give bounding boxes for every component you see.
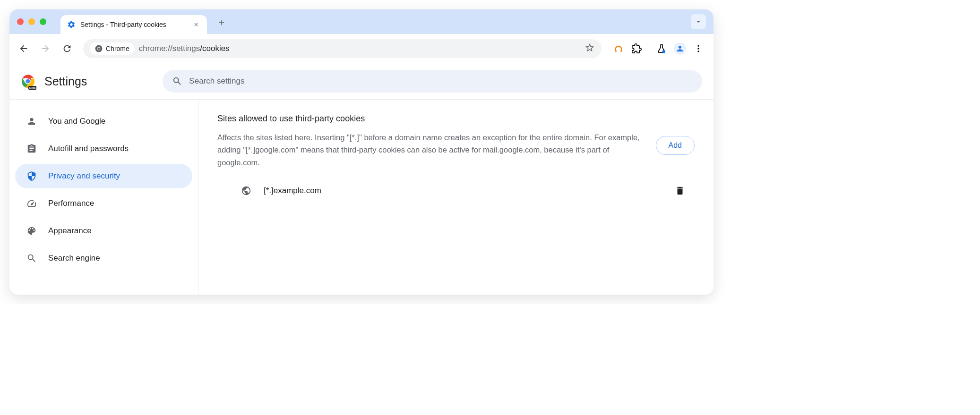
search-input[interactable] <box>189 76 693 86</box>
browser-toolbar: Chrome chrome://settings/cookies <box>9 34 714 63</box>
star-icon <box>585 42 595 53</box>
main-panel: Sites allowed to use third-party cookies… <box>198 100 714 295</box>
site-domain: [*.]example.com <box>264 186 662 195</box>
address-bar[interactable]: Chrome chrome://settings/cookies <box>83 39 602 58</box>
close-icon <box>193 22 199 27</box>
browser-window: Settings - Third-party cookies Chrome <box>9 9 714 295</box>
chrome-icon <box>95 44 103 53</box>
site-list: [*.]example.com <box>217 183 695 199</box>
sidebar-item-label: Appearance <box>48 226 92 236</box>
chrome-chip-label: Chrome <box>106 45 129 52</box>
trash-icon <box>677 187 683 195</box>
globe-icon <box>241 186 251 196</box>
section-row: Affects the sites listed here. Inserting… <box>217 131 695 169</box>
gear-icon <box>67 20 76 29</box>
palette-icon <box>26 226 37 236</box>
search-bar[interactable] <box>163 70 702 93</box>
browser-tab[interactable]: Settings - Third-party cookies <box>60 15 207 34</box>
settings-title: Settings <box>44 75 87 88</box>
bookmark-button[interactable] <box>585 42 595 55</box>
section-description: Affects the sites listed here. Inserting… <box>217 131 642 169</box>
sidebar-item-label: Search engine <box>48 254 100 263</box>
close-tab-button[interactable] <box>192 20 200 29</box>
labs-button[interactable] <box>656 43 667 54</box>
add-button[interactable]: Add <box>656 136 695 155</box>
plus-icon <box>217 18 226 27</box>
forward-button[interactable] <box>36 39 55 58</box>
new-tab-button[interactable] <box>215 16 229 30</box>
sidebar-item-label: Privacy and security <box>48 171 120 181</box>
tab-strip: Settings - Third-party cookies <box>9 9 714 34</box>
omega-icon <box>613 43 624 54</box>
settings-body: You and Google Autofill and passwords Pr… <box>9 100 714 295</box>
minimize-window-button[interactable] <box>28 18 35 25</box>
puzzle-icon <box>631 43 642 54</box>
kebab-icon <box>694 44 703 53</box>
speedometer-icon <box>26 198 37 209</box>
clipboard-icon <box>26 144 37 154</box>
sidebar-item-label: Performance <box>48 199 94 208</box>
extension-icons <box>608 42 709 55</box>
profile-button[interactable] <box>674 42 686 55</box>
shield-icon <box>26 171 37 181</box>
sidebar-item-autofill[interactable]: Autofill and passwords <box>15 136 192 161</box>
svg-point-4 <box>697 45 699 46</box>
sidebar-item-label: You and Google <box>48 117 105 126</box>
svg-point-5 <box>697 48 699 49</box>
tab-title: Settings - Third-party cookies <box>80 21 187 28</box>
url-prefix: chrome://settings <box>139 44 200 53</box>
person-icon <box>26 116 37 127</box>
flask-icon <box>656 43 667 54</box>
chrome-logo: Beta <box>21 74 35 88</box>
tab-list-button[interactable] <box>691 14 706 29</box>
url-text: chrome://settings/cookies <box>139 44 230 53</box>
settings-header: Beta Settings <box>9 63 714 100</box>
divider <box>649 44 649 53</box>
url-path: /cookies <box>200 44 229 53</box>
sidebar-item-you-and-google[interactable]: You and Google <box>15 109 192 134</box>
search-container <box>163 70 702 93</box>
svg-point-3 <box>662 50 665 53</box>
arrow-left-icon <box>18 43 29 54</box>
site-row: [*.]example.com <box>241 183 695 199</box>
sidebar-item-appearance[interactable]: Appearance <box>15 219 192 243</box>
svg-point-6 <box>697 51 699 52</box>
sidebar-item-performance[interactable]: Performance <box>15 191 192 216</box>
extensions-button[interactable] <box>631 43 642 54</box>
maximize-window-button[interactable] <box>40 18 46 25</box>
settings-content: Beta Settings You and Google Autofill an… <box>9 63 714 295</box>
search-icon <box>26 253 37 263</box>
reload-button[interactable] <box>58 39 77 58</box>
sidebar-item-privacy-security[interactable]: Privacy and security <box>15 164 192 188</box>
sidebar-item-label: Autofill and passwords <box>48 144 129 153</box>
window-controls <box>17 18 46 25</box>
back-button[interactable] <box>14 39 33 58</box>
menu-button[interactable] <box>693 43 704 54</box>
reload-icon <box>62 43 72 54</box>
beta-badge: Beta <box>28 86 36 90</box>
arrow-right-icon <box>40 43 51 54</box>
close-window-button[interactable] <box>17 18 24 25</box>
delete-button[interactable] <box>675 186 685 196</box>
chevron-down-icon <box>695 18 702 25</box>
extension-icon-1[interactable] <box>613 43 624 54</box>
section-title: Sites allowed to use third-party cookies <box>217 114 695 124</box>
search-icon <box>172 76 182 86</box>
sidebar: You and Google Autofill and passwords Pr… <box>9 100 198 295</box>
person-icon <box>676 44 684 53</box>
chrome-chip: Chrome <box>90 42 134 55</box>
svg-point-2 <box>97 47 100 50</box>
sidebar-item-search-engine[interactable]: Search engine <box>15 246 192 271</box>
